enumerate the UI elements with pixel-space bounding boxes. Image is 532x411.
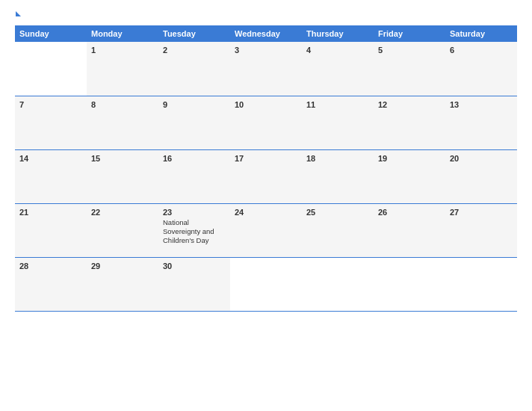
day-number: 25	[306, 208, 369, 217]
header	[15, 11, 517, 16]
weekday-header-tuesday: Tuesday	[158, 25, 230, 42]
calendar-cell: 9	[158, 96, 230, 149]
calendar-cell	[445, 257, 517, 311]
day-number: 23	[163, 208, 226, 217]
calendar-cell: 4	[302, 42, 374, 96]
event-label: National Sovereignty and Children's Day	[163, 218, 226, 246]
day-number: 2	[163, 46, 226, 55]
calendar-cell: 15	[87, 149, 158, 203]
day-number: 22	[91, 208, 154, 217]
day-number: 26	[378, 208, 441, 217]
calendar-cell: 25	[302, 203, 374, 257]
day-number: 1	[91, 46, 154, 55]
day-number: 16	[163, 154, 226, 163]
day-number: 18	[306, 154, 369, 163]
calendar-cell: 27	[445, 203, 517, 257]
calendar-cell: 17	[230, 149, 302, 203]
calendar-cell: 5	[374, 42, 445, 96]
calendar-cell: 23National Sovereignty and Children's Da…	[158, 203, 230, 257]
calendar-cell: 10	[230, 96, 302, 149]
calendar-cell: 26	[374, 203, 445, 257]
week-row-5: 282930	[15, 257, 517, 311]
calendar-cell: 28	[15, 257, 87, 311]
week-row-2: 78910111213	[15, 96, 517, 149]
day-number: 29	[91, 262, 154, 271]
calendar-cell: 3	[230, 42, 302, 96]
weekday-header-thursday: Thursday	[302, 25, 374, 42]
calendar-cell	[374, 257, 445, 311]
day-number: 10	[235, 100, 297, 109]
weekday-header-wednesday: Wednesday	[230, 25, 302, 42]
calendar-cell: 30	[158, 257, 230, 311]
day-number: 13	[450, 100, 513, 109]
calendar-cell: 19	[374, 149, 445, 203]
day-number: 28	[19, 262, 82, 271]
weekday-header-saturday: Saturday	[445, 25, 517, 42]
calendar-cell: 20	[445, 149, 517, 203]
day-number: 15	[91, 154, 154, 163]
calendar-cell: 2	[158, 42, 230, 96]
day-number: 4	[306, 46, 369, 55]
calendar-cell: 24	[230, 203, 302, 257]
day-number: 7	[19, 100, 82, 109]
day-number: 6	[450, 46, 513, 55]
day-number: 21	[19, 208, 82, 217]
weekday-header-row: SundayMondayTuesdayWednesdayThursdayFrid…	[15, 25, 517, 42]
day-number: 12	[378, 100, 441, 109]
calendar-cell: 14	[15, 149, 87, 203]
weekday-header-monday: Monday	[87, 25, 158, 42]
calendar-cell: 11	[302, 96, 374, 149]
calendar-cell: 6	[445, 42, 517, 96]
week-row-3: 14151617181920	[15, 149, 517, 203]
calendar-cell: 18	[302, 149, 374, 203]
weekday-header-sunday: Sunday	[15, 25, 87, 42]
calendar-cell: 7	[15, 96, 87, 149]
calendar-cell: 13	[445, 96, 517, 149]
calendar-cell: 1	[87, 42, 158, 96]
calendar-cell: 22	[87, 203, 158, 257]
calendar-cell: 8	[87, 96, 158, 149]
day-number: 3	[235, 46, 297, 55]
day-number: 8	[91, 100, 154, 109]
day-number: 14	[19, 154, 82, 163]
day-number: 20	[450, 154, 513, 163]
logo	[15, 11, 21, 16]
calendar-table: SundayMondayTuesdayWednesdayThursdayFrid…	[15, 25, 517, 312]
day-number: 24	[235, 208, 297, 217]
day-number: 9	[163, 100, 226, 109]
weekday-header-friday: Friday	[374, 25, 445, 42]
day-number: 27	[450, 208, 513, 217]
calendar-cell	[302, 257, 374, 311]
day-number: 30	[163, 262, 226, 271]
week-row-4: 212223National Sovereignty and Children'…	[15, 203, 517, 257]
day-number: 17	[235, 154, 297, 163]
day-number: 11	[306, 100, 369, 109]
calendar-cell	[15, 42, 87, 96]
calendar-page: SundayMondayTuesdayWednesdayThursdayFrid…	[0, 0, 532, 411]
logo-triangle-icon	[16, 11, 21, 16]
day-number: 19	[378, 154, 441, 163]
week-row-1: 123456	[15, 42, 517, 96]
calendar-cell: 21	[15, 203, 87, 257]
calendar-cell: 16	[158, 149, 230, 203]
day-number: 5	[378, 46, 441, 55]
calendar-cell	[230, 257, 302, 311]
calendar-cell: 29	[87, 257, 158, 311]
calendar-cell: 12	[374, 96, 445, 149]
